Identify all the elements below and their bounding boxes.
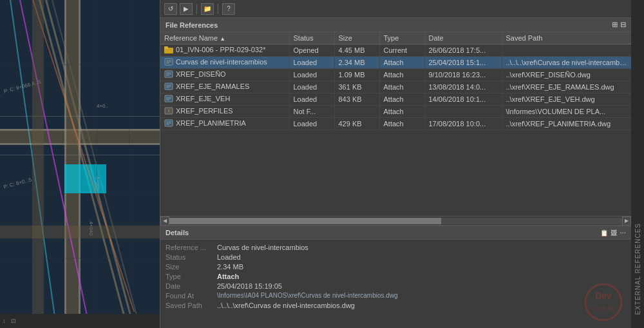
detail-value: 2.34 MB (217, 263, 626, 271)
cad-view: P: C: 8+066.A..S P: C: 8+0...5 4+0.. 4+0… (0, 0, 160, 328)
detail-value: Attach (217, 273, 626, 280)
cell-name: 01_IVN-006 - PPR-029-032* (160, 44, 289, 57)
ref-table: Reference Name ▲ Status Size Type Date S… (160, 32, 631, 130)
details-panel: Details 📋 🖼 ⋯ Reference ...Curvas de niv… (160, 225, 631, 328)
right-panel: ↺ ▶ 📁 ? File References ⊞ ⊟ (160, 0, 631, 328)
details-icon-1[interactable]: 📋 (600, 229, 608, 236)
detail-label: Type (166, 273, 217, 280)
refresh-button[interactable]: ↺ (164, 3, 177, 15)
cell-path: ..\xref\XREF_EJE_RAMALES.dwg (502, 81, 631, 93)
svg-rect-1 (164, 46, 168, 49)
cell-size: 4.45 MB (334, 44, 379, 57)
cell-date: 14/06/2018 10:1... (424, 93, 502, 106)
cell-type: Attach (379, 118, 424, 130)
table-row[interactable]: XREF_EJE_RAMALES Loaded 361 KB Attach 13… (160, 81, 631, 93)
cell-size: 843 KB (334, 93, 379, 106)
table-row[interactable]: ! XREF_PERFILES Not F... Attach \Informe… (160, 106, 631, 118)
cell-type: Current (379, 44, 424, 57)
col-header-type[interactable]: Type (379, 32, 424, 44)
ref-table-body: 01_IVN-006 - PPR-029-032* Opened 4.45 MB… (160, 44, 631, 130)
col-header-name[interactable]: Reference Name ▲ (160, 32, 289, 44)
cell-path: ..\xref\XREF_PLANIMETRIA.dwg (502, 118, 631, 130)
cell-name: XREF_DISEÑO (160, 69, 289, 81)
details-title: Details (166, 229, 189, 236)
svg-text:CADLisp: CADLisp (592, 305, 615, 311)
scroll-left-button[interactable]: ◀ (160, 217, 169, 226)
cell-type: Attach (379, 93, 424, 106)
table-row[interactable]: XREF_PLANIMETRIA Loaded 429 KB Attach 17… (160, 118, 631, 130)
detail-value: Loaded (217, 253, 626, 261)
scrollbar-thumb[interactable] (169, 218, 441, 224)
cell-path: ..\..\..\xref\Curvas de nivel-intercambi… (502, 57, 631, 69)
scroll-right-button[interactable]: ▶ (622, 217, 631, 226)
cell-date: 25/04/2018 15:1... (424, 57, 502, 69)
table-row[interactable]: Curvas de nivel-intercambios Loaded 2.34… (160, 57, 631, 69)
col-header-path[interactable]: Saved Path (502, 32, 631, 44)
table-row[interactable]: XREF_EJE_VEH Loaded 843 KB Attach 14/06/… (160, 93, 631, 106)
file-references-title: File References (166, 21, 218, 29)
detail-label: Found At (166, 292, 217, 300)
table-row[interactable]: 01_IVN-006 - PPR-029-032* Opened 4.45 MB… (160, 44, 631, 57)
horizontal-scrollbar[interactable]: ◀ ▶ (160, 216, 631, 225)
toolbar: ↺ ▶ 📁 ? (160, 0, 631, 18)
cell-size: 1.09 MB (334, 69, 379, 81)
cell-path: ..\xref\XREF_EJE_VEH.dwg (502, 93, 631, 106)
cell-type: Attach (379, 81, 424, 93)
cell-status: Loaded (289, 81, 334, 93)
cell-status: Loaded (289, 57, 334, 69)
details-content: Reference ...Curvas de nivel-intercambio… (160, 240, 631, 313)
cell-path (502, 44, 631, 57)
side-tab-label: EXTERNAL REFERENCES (634, 223, 641, 315)
cell-date (424, 106, 502, 118)
col-header-size[interactable]: Size (334, 32, 379, 44)
detail-value: ..\..\..\xref\Curvas de nivel-intercambi… (217, 302, 626, 309)
tree-view-icon[interactable]: ⊟ (620, 21, 626, 29)
cell-type: Attach (379, 57, 424, 69)
table-row[interactable]: XREF_DISEÑO Loaded 1.09 MB Attach 9/10/2… (160, 69, 631, 81)
col-header-date[interactable]: Date (424, 32, 502, 44)
cell-status: Opened (289, 44, 334, 57)
cell-name: ! XREF_PERFILES (160, 106, 289, 118)
cell-size (334, 106, 379, 118)
list-view-icon[interactable]: ⊞ (612, 21, 618, 29)
cell-name: XREF_EJE_VEH (160, 93, 289, 106)
cell-size: 2.34 MB (334, 57, 379, 69)
detail-value: 25/04/2018 15:19:05 (217, 282, 626, 290)
detail-label: Size (166, 263, 217, 271)
side-tab: EXTERNAL REFERENCES Dev CADLisp (631, 0, 644, 328)
cell-status: Not F... (289, 106, 334, 118)
cell-type: Attach (379, 69, 424, 81)
details-icon-3[interactable]: ⋯ (620, 229, 626, 236)
svg-text:Dev: Dev (595, 291, 612, 301)
detail-label: Date (166, 282, 217, 290)
svg-text:!: ! (168, 108, 169, 114)
cell-date: 13/08/2018 14:0... (424, 81, 502, 93)
cell-date: 9/10/2018 16:23... (424, 69, 502, 81)
svg-point-24 (585, 284, 621, 320)
detail-label: Status (166, 253, 217, 261)
file-references-header: File References ⊞ ⊟ (160, 18, 631, 32)
detail-value: \Informes\IA04 PLANOS\xref\Curvas de niv… (217, 292, 626, 300)
cell-status: Loaded (289, 118, 334, 130)
scrollbar-track[interactable] (169, 218, 622, 224)
cell-type: Attach (379, 106, 424, 118)
details-header: Details 📋 🖼 ⋯ (160, 226, 631, 240)
dev-watermark: Dev CADLisp (581, 283, 626, 323)
cell-name: XREF_PLANIMETRIA (160, 118, 289, 130)
cell-date: 17/08/2018 10:0... (424, 118, 502, 130)
details-icon-2[interactable]: 🖼 (611, 229, 617, 236)
cell-name: XREF_EJE_RAMALES (160, 81, 289, 93)
attach-button[interactable]: ▶ (180, 3, 193, 15)
open-button[interactable]: 📁 (201, 3, 214, 15)
detail-label: Reference ... (166, 244, 217, 251)
cell-status: Loaded (289, 93, 334, 106)
detail-value: Curvas de nivel-intercambios (217, 244, 626, 251)
help-button[interactable]: ? (222, 3, 235, 15)
cell-name: Curvas de nivel-intercambios (160, 57, 289, 69)
cell-status: Loaded (289, 69, 334, 81)
detail-label: Saved Path (166, 302, 217, 309)
cell-date: 26/06/2018 17:5... (424, 44, 502, 57)
file-references-panel: File References ⊞ ⊟ R (160, 18, 631, 225)
ref-table-container[interactable]: Reference Name ▲ Status Size Type Date S… (160, 32, 631, 216)
col-header-status[interactable]: Status (289, 32, 334, 44)
